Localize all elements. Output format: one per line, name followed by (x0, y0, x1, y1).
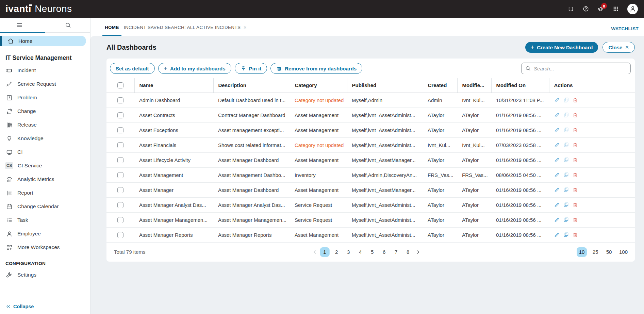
edit-pencil-icon[interactable] (554, 217, 560, 223)
page-button-2[interactable]: 2 (332, 247, 341, 257)
sidebar-item-problem[interactable]: Problem (0, 91, 90, 104)
row-checkbox[interactable] (117, 172, 123, 178)
table-row: Asset Contracts Contract Manager Dashboa… (106, 108, 635, 122)
set-as-default-button[interactable]: Set as default (110, 63, 155, 74)
add-to-my-dashboards-button[interactable]: + Add to my dashboards (158, 63, 231, 74)
sidebar-item-ci-service[interactable]: CS CI Service (0, 159, 90, 172)
duplicate-icon[interactable] (563, 142, 569, 148)
edit-pencil-icon[interactable] (554, 187, 560, 193)
sidebar-item-ci[interactable]: CI (0, 145, 90, 159)
row-checkbox[interactable] (117, 187, 123, 193)
page-button-7[interactable]: 7 (391, 247, 401, 257)
delete-trash-icon[interactable] (572, 217, 578, 223)
column-header-description[interactable]: Description (213, 78, 290, 93)
edit-pencil-icon[interactable] (554, 127, 560, 133)
duplicate-icon[interactable] (563, 157, 569, 163)
collapse-sidebar-button[interactable]: Collapse (5, 304, 34, 309)
delete-trash-icon[interactable] (572, 112, 578, 118)
edit-pencil-icon[interactable] (554, 112, 560, 118)
sidebar-item-employee[interactable]: Employee (0, 227, 90, 241)
remove-from-my-dashboards-button[interactable]: Remove from my dashboards (270, 63, 362, 74)
row-checkbox[interactable] (117, 112, 123, 118)
row-checkbox[interactable] (117, 127, 123, 133)
row-checkbox[interactable] (117, 142, 123, 148)
duplicate-icon[interactable] (563, 187, 569, 193)
sidebar-item-more-workspaces[interactable]: More Workspaces (0, 241, 90, 254)
duplicate-icon[interactable] (563, 232, 569, 238)
sidebar-item-incident[interactable]: Incident (0, 64, 90, 77)
user-avatar[interactable] (627, 4, 638, 14)
page-button-8[interactable]: 8 (403, 247, 413, 257)
row-checkbox[interactable] (117, 202, 123, 208)
sidebar-item-task[interactable]: Task (0, 213, 90, 227)
sidebar-item-report[interactable]: Report (0, 186, 90, 200)
row-checkbox[interactable] (117, 157, 123, 163)
page-size-button-100[interactable]: 100 (617, 247, 629, 257)
select-all-checkbox[interactable] (117, 82, 123, 88)
page-button-1[interactable]: 1 (320, 247, 329, 257)
sidebar-item-knowledge[interactable]: Knowledge (0, 132, 90, 145)
delete-trash-icon[interactable] (572, 172, 578, 178)
hamburger-menu-icon[interactable] (15, 21, 23, 29)
sidebar-item-service-request[interactable]: Service Request (0, 77, 90, 91)
page-button-4[interactable]: 4 (356, 247, 365, 257)
column-header-modified-by[interactable]: Modifie... (457, 78, 491, 93)
row-checkbox[interactable] (117, 232, 123, 238)
duplicate-icon[interactable] (563, 202, 569, 208)
duplicate-icon[interactable] (563, 172, 569, 178)
sidebar-item-settings[interactable]: Settings (0, 268, 90, 282)
column-header-published[interactable]: Published (347, 78, 423, 93)
edit-pencil-icon[interactable] (554, 172, 560, 178)
duplicate-icon[interactable] (563, 127, 569, 133)
edit-pencil-icon[interactable] (554, 142, 560, 148)
column-header-name[interactable]: Name (134, 78, 213, 93)
fullscreen-icon[interactable] (567, 5, 574, 12)
tab-incident-saved-search[interactable]: INCIDENT SAVED SEARCH: ALL ACTIVE INCIDE… (121, 25, 249, 36)
sidebar-search-icon[interactable] (65, 22, 71, 29)
close-button[interactable]: Close ✕ (602, 42, 635, 53)
edit-pencil-icon[interactable] (554, 232, 560, 238)
announcements-icon[interactable]: 8 (597, 5, 604, 12)
duplicate-icon[interactable] (563, 112, 569, 118)
delete-trash-icon[interactable] (572, 232, 578, 238)
edit-pencil-icon[interactable] (554, 202, 560, 208)
column-header-category[interactable]: Category (290, 78, 347, 93)
pin-it-button[interactable]: Pin it (235, 63, 267, 74)
page-button-6[interactable]: 6 (379, 247, 389, 257)
delete-trash-icon[interactable] (572, 187, 578, 193)
page-size-button-25[interactable]: 25 (590, 247, 600, 257)
delete-trash-icon[interactable] (572, 157, 578, 163)
duplicate-icon[interactable] (563, 97, 569, 103)
edit-pencil-icon[interactable] (554, 157, 560, 163)
search-input[interactable] (534, 66, 627, 71)
header-actions: + Create New Dashboard Close ✕ (525, 42, 635, 53)
row-checkbox[interactable] (117, 217, 123, 223)
column-header-created[interactable]: Created (423, 78, 457, 93)
sidebar-item-change[interactable]: Change (0, 104, 90, 118)
duplicate-icon[interactable] (563, 217, 569, 223)
pin-label: Pin it (249, 66, 262, 71)
page-size-button-10[interactable]: 10 (577, 247, 587, 257)
delete-trash-icon[interactable] (572, 202, 578, 208)
tab-home[interactable]: HOME (102, 25, 121, 36)
sidebar-item-change-calendar[interactable]: Change Calendar (0, 200, 90, 213)
column-header-modified-on[interactable]: Modified On (491, 78, 549, 93)
page-button-5[interactable]: 5 (367, 247, 377, 257)
sidebar-item-analytic-metrics[interactable]: Analytic Metrics (0, 172, 90, 186)
sidebar-item-home[interactable]: Home (0, 36, 86, 46)
next-page-icon[interactable] (415, 249, 420, 255)
edit-pencil-icon[interactable] (554, 97, 560, 103)
tab-close-icon[interactable]: ✕ (243, 25, 247, 30)
delete-trash-icon[interactable] (572, 127, 578, 133)
delete-trash-icon[interactable] (572, 142, 578, 148)
page-size-button-50[interactable]: 50 (604, 247, 614, 257)
help-icon[interactable] (582, 5, 589, 12)
watchlist-link[interactable]: WATCHLIST (611, 26, 639, 36)
app-launcher-icon[interactable] (612, 5, 619, 12)
row-checkbox[interactable] (117, 97, 123, 103)
create-new-dashboard-button[interactable]: + Create New Dashboard (525, 42, 598, 53)
sidebar-item-release[interactable]: Release (0, 118, 90, 132)
delete-trash-icon[interactable] (572, 97, 578, 103)
page-button-3[interactable]: 3 (344, 247, 353, 257)
previous-page-icon[interactable] (312, 249, 317, 255)
